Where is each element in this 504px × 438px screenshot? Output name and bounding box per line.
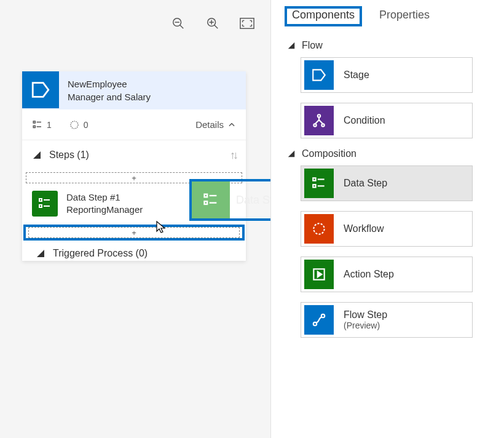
steps-count-stat: 1 [32, 119, 52, 130]
triangle-icon [287, 41, 296, 50]
triggered-count-stat: 0 [69, 119, 89, 130]
reorder-arrows-icon[interactable]: ↑↓ [230, 149, 236, 162]
svg-rect-8 [33, 121, 35, 123]
stage-stats: 1 0 Details [22, 110, 246, 140]
stage-icon [22, 71, 59, 108]
triangle-icon [36, 249, 45, 258]
stage-card[interactable]: NewEmployee Manager and Salary 1 0 [22, 71, 246, 261]
steps-section-header: Steps (1) ↑↓ [22, 140, 246, 170]
panel-tabs: Components Properties [282, 7, 493, 35]
workflow-icon [304, 214, 334, 244]
svg-rect-27 [313, 178, 315, 180]
svg-line-4 [215, 25, 218, 29]
svg-rect-29 [313, 185, 315, 187]
data-step-icon [304, 169, 334, 198]
stage-icon [304, 60, 334, 90]
stage-title: NewEmployee Manager and Salary [59, 71, 159, 110]
svg-point-21 [318, 114, 320, 117]
component-stage[interactable]: Stage [301, 57, 473, 93]
component-action-step[interactable]: Action Step [301, 257, 473, 292]
svg-point-26 [321, 124, 324, 126]
zoom-toolbar [0, 11, 270, 36]
component-condition[interactable]: Condition [301, 103, 473, 138]
action-step-icon [304, 260, 334, 289]
details-toggle[interactable]: Details [195, 119, 236, 130]
data-step-icon [32, 191, 58, 217]
svg-point-34 [321, 314, 325, 317]
cursor-icon [156, 220, 167, 234]
flow-step-icon [304, 305, 334, 335]
svg-point-12 [71, 121, 78, 129]
zoom-in-icon[interactable] [205, 16, 220, 31]
drop-zone-bottom[interactable]: + [28, 227, 240, 238]
svg-rect-19 [205, 201, 208, 204]
triangle-icon [287, 149, 296, 158]
triangle-icon [32, 150, 42, 160]
component-workflow[interactable]: Workflow [301, 211, 473, 247]
svg-rect-7 [240, 18, 254, 29]
triggered-process-header[interactable]: Triggered Process (0) [22, 244, 246, 261]
svg-rect-15 [39, 205, 42, 207]
condition-icon [304, 106, 334, 135]
drag-ghost-icon [192, 181, 230, 218]
svg-line-1 [180, 25, 184, 29]
svg-rect-10 [33, 125, 35, 127]
svg-point-25 [313, 124, 316, 126]
section-flow[interactable]: Flow [287, 40, 493, 51]
svg-line-23 [315, 120, 320, 124]
tab-components[interactable]: Components [285, 6, 362, 26]
fit-screen-icon[interactable] [240, 16, 254, 31]
section-composition[interactable]: Composition [287, 148, 493, 159]
stage-header[interactable]: NewEmployee Manager and Salary [22, 71, 246, 110]
svg-point-33 [313, 322, 317, 325]
right-panel: Components Properties Flow Stage Conditi… [270, 0, 504, 438]
svg-rect-13 [39, 199, 42, 201]
svg-line-24 [319, 120, 323, 124]
component-data-step[interactable]: Data Step [301, 165, 473, 201]
component-flow-step[interactable]: Flow Step (Preview) [301, 302, 473, 338]
drop-zone-bottom-highlight: + [23, 225, 245, 241]
svg-point-31 [313, 223, 324, 234]
svg-rect-17 [205, 194, 208, 197]
tab-properties[interactable]: Properties [379, 9, 430, 26]
data-step-label: Data Step #1 ReportingManager [66, 191, 143, 217]
zoom-out-icon[interactable] [171, 16, 186, 31]
